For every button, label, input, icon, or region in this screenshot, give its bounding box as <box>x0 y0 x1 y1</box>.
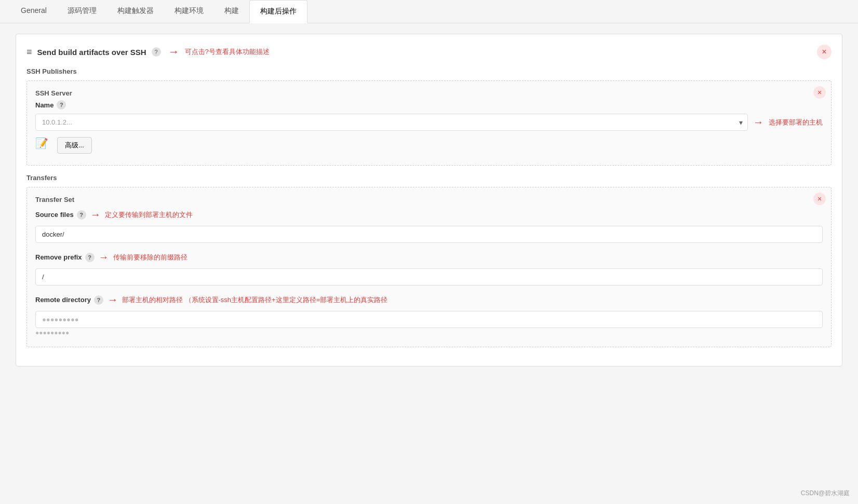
advanced-icon: 📝 <box>35 137 52 154</box>
transfers-label: Transfers <box>26 174 832 182</box>
card-question-badge[interactable]: ? <box>152 47 161 57</box>
remote-directory-annotation: 部署主机的相对路径 （系统设置-ssh主机配置路径+这里定义路径=部署主机上的真… <box>122 295 387 305</box>
ssh-server-title: SSH Server <box>35 89 823 97</box>
remote-directory-question-badge[interactable]: ? <box>94 295 103 305</box>
select-annotation: 选择要部署的主机 <box>769 118 823 127</box>
close-outer-icon: × <box>822 47 826 57</box>
remove-prefix-label: Remove prefix <box>35 253 82 261</box>
source-files-arrow: → <box>90 209 101 221</box>
close-transfer-set-button[interactable]: × <box>813 193 826 205</box>
card-title: Send build artifacts over SSH <box>37 48 146 57</box>
tab-bar: General源码管理构建触发器构建环境构建构建后操作 <box>0 0 858 23</box>
close-outer-button[interactable]: × <box>817 45 832 59</box>
source-files-question-badge[interactable]: ? <box>77 210 86 220</box>
header-arrow: → <box>168 45 180 59</box>
ssh-server-card: × SSH Server Name ? 10.0.1.2... ▾ → 选择要部… <box>26 80 832 166</box>
name-label: Name <box>35 101 53 109</box>
name-label-row: Name ? <box>35 100 823 110</box>
hamburger-icon: ≡ <box>26 47 32 58</box>
close-ssh-server-icon: × <box>817 88 822 97</box>
server-select[interactable]: 10.0.1.2... <box>35 114 748 131</box>
remove-prefix-arrow: → <box>99 251 109 263</box>
transfer-set-card: × Transfer Set Source files ? → 定义要传输到部署… <box>26 187 832 347</box>
remote-directory-label: Remote directory <box>35 296 91 304</box>
tab-源码管理[interactable]: 源码管理 <box>57 0 107 23</box>
ssh-publishers-label: SSH Publishers <box>26 67 832 75</box>
tab-General[interactable]: General <box>10 0 57 23</box>
close-ssh-server-button[interactable]: × <box>813 86 826 99</box>
transfer-set-title: Transfer Set <box>35 196 823 203</box>
main-content: ≡ Send build artifacts over SSH ? → 可点击?… <box>0 23 858 377</box>
advanced-row: 📝 高级... <box>35 137 823 154</box>
remote-directory-blurred: ●●●●●●●●● <box>35 329 823 336</box>
remove-prefix-question-badge[interactable]: ? <box>85 253 95 262</box>
name-question-badge[interactable]: ? <box>57 100 66 110</box>
server-select-wrapper: 10.0.1.2... ▾ <box>35 114 748 131</box>
remote-directory-arrow: → <box>108 294 118 306</box>
card-header-left: ≡ Send build artifacts over SSH ? → 可点击?… <box>26 45 270 59</box>
remote-directory-input[interactable] <box>35 311 823 328</box>
source-files-input[interactable] <box>35 226 823 243</box>
remote-directory-label-row: Remote directory ? <box>35 295 103 305</box>
tab-构建后操作[interactable]: 构建后操作 <box>249 0 307 23</box>
header-annotation: 可点击?号查看具体功能描述 <box>185 47 270 57</box>
source-files-label: Source files <box>35 211 74 219</box>
tab-构建[interactable]: 构建 <box>214 0 249 23</box>
outer-card: ≡ Send build artifacts over SSH ? → 可点击?… <box>16 34 842 366</box>
source-files-annotation: 定义要传输到部署主机的文件 <box>105 210 193 220</box>
source-files-label-row: Source files ? <box>35 210 86 220</box>
remove-prefix-input[interactable] <box>35 268 823 285</box>
card-header: ≡ Send build artifacts over SSH ? → 可点击?… <box>26 45 832 59</box>
remove-prefix-annotation: 传输前要移除的前缀路径 <box>113 253 187 262</box>
tab-构建环境[interactable]: 构建环境 <box>164 0 214 23</box>
remove-prefix-label-row: Remove prefix ? <box>35 253 95 262</box>
close-transfer-set-icon: × <box>817 195 822 203</box>
transfers-section: Transfers × Transfer Set Source files ? … <box>26 174 832 347</box>
tab-构建触发器[interactable]: 构建触发器 <box>107 0 164 23</box>
advanced-button[interactable]: 高级... <box>57 137 92 154</box>
select-arrow: → <box>753 116 763 128</box>
